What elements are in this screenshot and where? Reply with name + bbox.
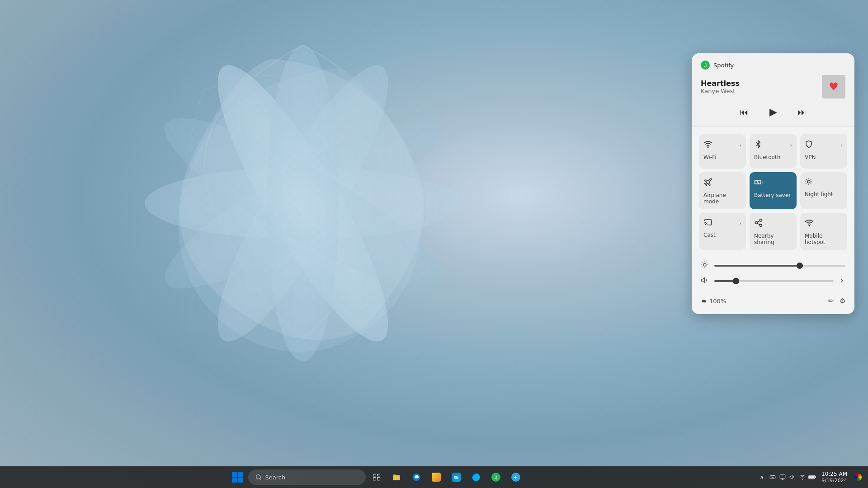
volume-icon (701, 276, 710, 286)
toggle-wifi[interactable]: › Wi-Fi (699, 134, 746, 169)
edge-browser-button[interactable] (407, 468, 425, 486)
toggle-nearby-header (754, 218, 792, 229)
spotify-card: ♫ Spotify Heartless Kanye West ♥ ⏮ ▶ ⏭ (692, 53, 854, 127)
svg-point-22 (256, 475, 260, 479)
color-circle-icon (854, 474, 862, 481)
toggle-hotspot-header (805, 218, 843, 229)
toggle-battery-header (754, 178, 792, 188)
next-button[interactable]: ⏭ (795, 105, 809, 119)
toggles-row-2: Airplane mode Battery saver (699, 172, 847, 209)
brightness-slider-row (701, 261, 845, 271)
clock-date: 9/19/2024 (821, 478, 847, 483)
svg-point-14 (760, 219, 762, 221)
taskbar: Search (0, 466, 868, 488)
brightness-icon (701, 261, 710, 271)
edit-quick-settings-button[interactable]: ✏ (828, 297, 834, 305)
toggle-cast-header: › (703, 218, 741, 228)
svg-marker-21 (702, 278, 705, 283)
toggle-airplane[interactable]: Airplane mode (699, 172, 746, 209)
toggle-airplane-header (703, 178, 741, 188)
system-tray: ∧ (753, 466, 868, 488)
prev-button[interactable]: ⏮ (737, 105, 751, 119)
nearby-sharing-label: Nearby sharing (754, 233, 792, 245)
telegram-icon: ✈ (511, 473, 520, 482)
svg-rect-25 (377, 474, 380, 476)
svg-rect-24 (373, 474, 376, 476)
search-bar[interactable]: Search (248, 469, 366, 485)
clock-time: 10:25 AM (821, 471, 847, 478)
volume-track[interactable] (714, 280, 834, 282)
spotify-taskbar-button[interactable]: ♫ (487, 468, 505, 486)
svg-line-18 (757, 221, 760, 222)
toggle-bluetooth-header: › (754, 140, 792, 150)
microsoft-store-button[interactable]: 🛍 (447, 468, 465, 486)
svg-point-20 (703, 263, 706, 266)
svg-rect-29 (770, 476, 775, 479)
brightness-thumb[interactable] (797, 263, 803, 269)
windows-logo-icon (232, 472, 243, 483)
start-button[interactable] (228, 468, 246, 486)
edge-icon (412, 473, 421, 482)
notification-button[interactable] (852, 471, 864, 483)
search-icon (255, 474, 262, 480)
play-button[interactable]: ▶ (766, 105, 780, 119)
tray-keyboard-icon[interactable] (768, 473, 777, 482)
clock-button[interactable]: 10:25 AM 9/19/2024 (818, 471, 851, 484)
cast-icon (703, 218, 712, 228)
edge-2-icon (472, 473, 481, 482)
volume-thumb[interactable] (733, 278, 739, 284)
volume-slider-row (701, 276, 845, 286)
cast-chevron-icon: › (740, 221, 741, 226)
toggle-battery-saver[interactable]: Battery saver (750, 172, 797, 209)
night-light-icon (805, 178, 813, 188)
toggle-nearby-sharing[interactable]: Nearby sharing (750, 213, 797, 250)
brightness-track[interactable] (714, 265, 845, 267)
toggle-cast[interactable]: › Cast (699, 213, 746, 250)
toggle-bluetooth[interactable]: › Bluetooth (750, 134, 797, 169)
bluetooth-label: Bluetooth (754, 154, 780, 160)
svg-line-10 (757, 181, 758, 182)
night-light-label: Night light (805, 191, 833, 197)
pinned-app-1[interactable] (427, 468, 445, 486)
toggle-night-light[interactable]: Night light (800, 172, 847, 209)
tray-overflow-button[interactable]: ∧ (756, 472, 767, 483)
task-view-button[interactable] (368, 468, 386, 486)
spotify-app-name: Spotify (713, 62, 734, 69)
song-artist: Kanye West (701, 88, 740, 94)
song-title: Heartless (701, 79, 740, 88)
wifi-icon (703, 140, 712, 150)
task-view-icon (373, 473, 381, 481)
tray-volume-icon[interactable] (788, 473, 797, 482)
tray-display-icon[interactable] (778, 473, 787, 482)
open-settings-button[interactable]: ⚙ (840, 297, 845, 305)
song-info: Heartless Kanye West ♥ (701, 75, 845, 99)
spotify-taskbar-icon: ♫ (491, 473, 500, 482)
pinned-app-edge-2[interactable] (467, 468, 485, 486)
song-text: Heartless Kanye West (701, 79, 740, 94)
toggles-row-3: › Cast Nearby sharin (699, 213, 847, 250)
mobile-hotspot-icon (805, 218, 814, 229)
vpn-shield-icon (805, 140, 813, 150)
sliders-section (692, 257, 854, 295)
toggle-vpn[interactable]: › VPN (800, 134, 847, 169)
svg-rect-35 (780, 475, 785, 479)
telegram-button[interactable]: ✈ (507, 468, 525, 486)
toggle-mobile-hotspot[interactable]: Mobile hotspot (800, 213, 847, 250)
tray-battery-icon[interactable] (808, 473, 817, 482)
volume-output-icon[interactable] (838, 277, 845, 286)
toggles-section: › Wi-Fi › Bluetooth (692, 127, 854, 257)
tray-network-icon[interactable] (798, 473, 807, 482)
toggles-row-1: › Wi-Fi › Bluetooth (699, 134, 847, 169)
svg-point-16 (760, 224, 762, 226)
vpn-label: VPN (805, 154, 816, 160)
battery-weather-icon: 🌧 (701, 298, 707, 305)
toggle-vpn-header: › (805, 140, 843, 150)
svg-line-23 (259, 479, 261, 480)
battery-saver-icon (754, 178, 763, 188)
store-icon: 🛍 (452, 473, 461, 482)
vpn-chevron-icon: › (841, 142, 843, 148)
spotify-header: ♫ Spotify (701, 61, 845, 70)
quick-settings-panel: ♫ Spotify Heartless Kanye West ♥ ⏮ ▶ ⏭ (692, 53, 854, 314)
bluetooth-icon (754, 140, 762, 150)
file-explorer-button[interactable] (387, 468, 406, 486)
